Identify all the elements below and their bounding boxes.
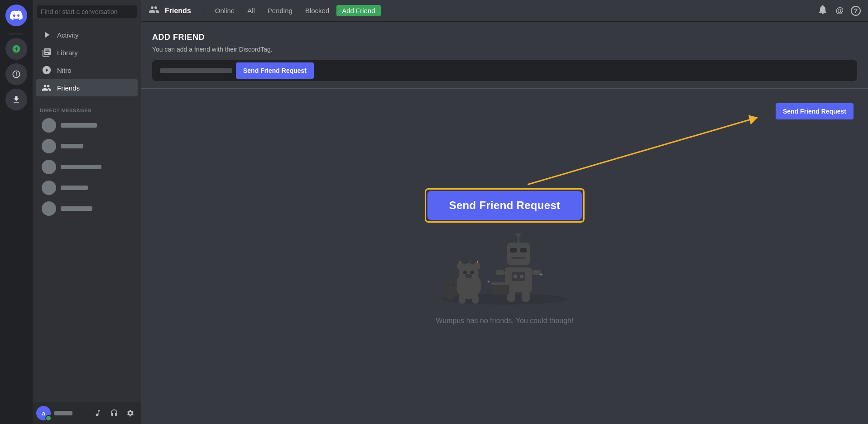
search-input[interactable] — [37, 5, 137, 18]
svg-point-26 — [520, 275, 523, 278]
svg-point-31 — [452, 284, 454, 286]
add-friend-desc: You can add a friend with their DiscordT… — [152, 46, 857, 53]
icon-bar — [0, 0, 33, 424]
deafen-button[interactable] — [91, 406, 105, 420]
svg-rect-23 — [522, 291, 530, 302]
svg-point-18 — [516, 233, 521, 237]
library-icon — [42, 48, 52, 57]
add-friend-section: ADD FRIEND You can add a friend with the… — [141, 22, 868, 89]
add-friend-placeholder-bar — [160, 68, 232, 73]
svg-point-32 — [445, 286, 456, 300]
wumpus-text: Wumpus has no friends. You could though! — [436, 317, 574, 325]
top-nav-right: @ ? — [817, 4, 861, 17]
sidebar-item-library[interactable]: Library — [36, 44, 138, 61]
sidebar-item-nitro[interactable]: Nitro — [36, 62, 138, 79]
main-area: Send Friend Request Send Friend Request — [141, 89, 868, 424]
send-friend-request-corner-button[interactable]: Send Friend Request — [776, 103, 854, 119]
dm-item[interactable] — [36, 136, 138, 156]
user-avatar: a — [36, 406, 51, 420]
icon-bar-divider — [9, 33, 24, 34]
nav-divider — [204, 5, 204, 16]
sidebar-item-nitro-label: Nitro — [57, 67, 72, 74]
top-nav: Friends Online All Pending Blocked Add F… — [141, 0, 868, 22]
user-panel-icons — [91, 406, 138, 420]
username-box — [54, 411, 72, 415]
send-friend-request-inline-button[interactable]: Send Friend Request — [236, 62, 314, 79]
tab-online[interactable]: Online — [210, 5, 240, 16]
friends-nav-icon — [149, 4, 159, 17]
explore-button[interactable] — [5, 63, 27, 85]
headphones-button[interactable] — [107, 406, 121, 420]
friends-nav-title: Friends — [165, 7, 191, 15]
dm-avatar — [42, 139, 56, 153]
search-bar — [33, 0, 141, 22]
dm-item[interactable] — [36, 178, 138, 198]
dm-name — [61, 165, 101, 169]
highlighted-button-container: Send Friend Request — [425, 188, 585, 223]
sidebar: Activity Library Nitro — [33, 0, 141, 424]
discord-logo[interactable] — [5, 5, 27, 26]
friends-icon — [42, 83, 52, 93]
sidebar-item-friends[interactable]: Friends — [36, 79, 138, 96]
svg-rect-14 — [510, 248, 517, 252]
activity-icon — [42, 30, 52, 40]
help-icon[interactable]: ? — [851, 6, 861, 16]
sidebar-item-activity-label: Activity — [57, 31, 79, 39]
send-friend-request-large-button[interactable]: Send Friend Request — [427, 191, 582, 220]
dm-name — [61, 206, 92, 211]
dm-name — [61, 144, 83, 148]
svg-point-25 — [513, 275, 517, 278]
add-friend-title: ADD FRIEND — [152, 33, 857, 42]
svg-text:✦: ✦ — [539, 272, 543, 278]
user-panel: a — [33, 402, 141, 424]
svg-rect-12 — [472, 295, 479, 304]
inbox-icon[interactable] — [817, 4, 828, 17]
svg-rect-15 — [520, 248, 527, 252]
direct-messages-header: DIRECT MESSAGES — [33, 100, 141, 115]
corner-send-btn-container: Send Friend Request — [776, 96, 861, 119]
wumpus-illustration: ✦ ✦ · — [428, 233, 582, 306]
svg-rect-20 — [496, 270, 505, 275]
tab-blocked[interactable]: Blocked — [300, 5, 335, 16]
download-button[interactable] — [5, 89, 27, 110]
add-friend-input-row: Send Friend Request — [152, 60, 857, 81]
svg-point-30 — [447, 284, 449, 286]
wumpus-area: Send Friend Request — [425, 188, 585, 325]
tab-all[interactable]: All — [242, 5, 260, 16]
dm-avatar — [42, 160, 56, 174]
sidebar-nav: Activity Library Nitro — [33, 22, 141, 100]
sidebar-item-activity[interactable]: Activity — [36, 26, 138, 43]
dm-item[interactable] — [36, 115, 138, 135]
svg-marker-1 — [748, 115, 758, 124]
svg-rect-37 — [491, 282, 512, 285]
dm-avatar — [42, 201, 56, 216]
svg-line-0 — [528, 118, 758, 185]
svg-point-6 — [457, 262, 464, 270]
tab-pending[interactable]: Pending — [262, 5, 298, 16]
mention-icon[interactable]: @ — [835, 6, 844, 15]
svg-rect-11 — [459, 295, 465, 304]
sidebar-item-library-label: Library — [57, 49, 78, 57]
svg-point-9 — [470, 271, 474, 274]
main-content: Friends Online All Pending Blocked Add F… — [141, 0, 868, 424]
sidebar-item-friends-label: Friends — [57, 84, 80, 92]
dm-avatar — [42, 181, 56, 195]
settings-button[interactable] — [123, 406, 138, 420]
svg-rect-16 — [512, 257, 525, 259]
tab-add-friend[interactable]: Add Friend — [336, 5, 380, 16]
nitro-icon — [42, 65, 52, 75]
svg-text:·: · — [469, 260, 470, 264]
svg-point-10 — [465, 274, 472, 278]
svg-point-7 — [473, 262, 480, 270]
dm-name — [61, 123, 97, 128]
svg-rect-13 — [507, 243, 530, 265]
dm-name — [61, 186, 88, 190]
dm-avatar — [42, 118, 56, 133]
dm-item[interactable] — [36, 199, 138, 219]
add-server-button[interactable] — [5, 38, 27, 60]
svg-point-8 — [463, 271, 467, 274]
svg-text:✦: ✦ — [487, 279, 490, 284]
dm-item[interactable] — [36, 157, 138, 177]
